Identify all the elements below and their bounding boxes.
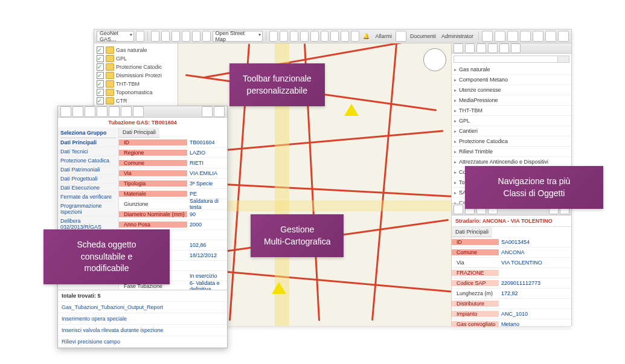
field-value[interactable]: Metano	[499, 321, 571, 327]
detail-group-item[interactable]: Dati Esecuzione	[60, 184, 116, 193]
detail-group-item[interactable]: Dati Tecnici	[60, 147, 116, 156]
next-record-icon[interactable]	[214, 106, 225, 117]
detail-action-link[interactable]: Rilievi precisione campo	[58, 336, 227, 348]
detail-toolbar-icon[interactable]	[109, 106, 120, 117]
stradario-tab[interactable]: Dati Principali	[452, 227, 492, 237]
toolbar-icon[interactable]	[151, 31, 159, 42]
nav-class-item[interactable]: THT-TBM	[452, 106, 571, 116]
nav-class-item[interactable]: GPL	[452, 116, 571, 126]
field-value[interactable]: TB001604	[187, 139, 227, 145]
workspace-select[interactable]: GeoNet GAS…	[97, 31, 134, 42]
panel-icon[interactable]	[488, 43, 498, 53]
nav-class-item[interactable]: Protezione Catodica	[452, 136, 571, 147]
field-value[interactable]: SA0013454	[499, 239, 571, 245]
field-value[interactable]: 6- Validata e definitiva	[187, 280, 227, 290]
compass-control[interactable]	[423, 48, 446, 71]
toolbar-icon[interactable]	[558, 31, 569, 42]
nav-search-input[interactable]	[454, 56, 557, 62]
toolbar-icon[interactable]	[310, 31, 319, 42]
nav-class-item[interactable]: MediaPressione	[452, 95, 571, 106]
pan-icon[interactable]	[290, 31, 298, 42]
field-value[interactable]: 172,82	[499, 290, 571, 296]
field-value[interactable]: VIA TOLENTINO	[499, 260, 571, 266]
detail-group-item[interactable]: Dati Progettuali	[60, 174, 116, 184]
detail-group-item[interactable]: Programmazione Ispezioni	[60, 202, 116, 217]
nav-class-item[interactable]: Utenze connesse	[452, 85, 571, 95]
nav-class-item[interactable]: Componenti Metano	[452, 75, 571, 85]
field-value[interactable]: PE	[187, 191, 227, 197]
toolbar-icon[interactable]	[192, 31, 200, 42]
layer-checkbox[interactable]	[97, 72, 104, 79]
toolbar-icon[interactable]	[351, 31, 359, 42]
field-value[interactable]: 2209011112773	[499, 280, 571, 286]
detail-group-item[interactable]: Dati Patrimoniali	[60, 165, 116, 174]
toolbar-icon[interactable]	[533, 31, 543, 42]
tree-layer-item[interactable]: THT-TBM	[97, 80, 175, 88]
tree-layer-item[interactable]: Toponomastica	[97, 88, 175, 97]
alarms-link[interactable]: Allarmi	[373, 33, 394, 39]
documents-icon[interactable]	[396, 31, 406, 42]
tree-layer-item[interactable]: Protezione Catodic	[97, 63, 175, 71]
nav-class-item[interactable]: Cantieri	[452, 126, 571, 136]
documents-link[interactable]: Documenti	[408, 33, 438, 39]
detail-group-item[interactable]: Dati Principali	[60, 138, 116, 147]
detail-action-link[interactable]: Inserisci valvola rilevata durante ispez…	[58, 325, 227, 336]
layer-checkbox[interactable]	[97, 80, 104, 88]
detail-action-link[interactable]: Gas_Tubazioni_Tubazioni_Output_Report	[58, 302, 227, 313]
detail-toolbar-icon[interactable]	[60, 106, 71, 117]
field-value[interactable]: ANC_1010	[499, 311, 571, 317]
toolbar-icon[interactable]	[495, 31, 505, 42]
layer-checkbox[interactable]	[97, 89, 104, 96]
field-value[interactable]: ANCONA	[499, 249, 571, 255]
layer-checkbox[interactable]	[97, 46, 104, 54]
field-value[interactable]: RIETI	[187, 160, 227, 166]
prev-record-icon[interactable]	[202, 106, 213, 117]
field-value[interactable]: 2000	[187, 222, 227, 228]
tree-layer-item[interactable]: Dismissioni Protezi	[97, 71, 175, 80]
toolbar-icon[interactable]	[507, 31, 518, 42]
detail-group-item[interactable]: Fermate da verificare	[60, 193, 116, 202]
detail-tab[interactable]: Dati Principali	[119, 127, 159, 138]
toolbar-icon[interactable]	[545, 31, 556, 42]
field-value[interactable]: LAZIO	[187, 150, 227, 156]
panel-icon[interactable]	[499, 43, 509, 53]
panel-icon[interactable]	[454, 43, 463, 53]
detail-toolbar-icon[interactable]	[97, 106, 107, 117]
toolbar-icon[interactable]	[182, 31, 190, 42]
field-value[interactable]: 90	[187, 211, 227, 217]
panel-icon[interactable]	[476, 43, 486, 53]
toolbar-icon[interactable]	[161, 31, 170, 42]
zoom-in-icon[interactable]	[269, 31, 278, 42]
field-value[interactable]: 102,86	[187, 242, 227, 248]
toolbar-icon[interactable]	[202, 31, 211, 42]
field-value[interactable]: In esercizio	[187, 273, 227, 279]
detail-toolbar-icon[interactable]	[85, 106, 95, 117]
detail-toolbar-icon[interactable]	[121, 106, 132, 117]
field-value[interactable]: 3ª Specie	[187, 180, 227, 187]
toolbar-icon[interactable]	[300, 31, 309, 42]
nav-search[interactable]	[454, 56, 569, 63]
layer-checkbox[interactable]	[97, 97, 104, 104]
panel-icon[interactable]	[454, 205, 463, 214]
tree-layer-item[interactable]: GPL	[97, 54, 175, 63]
detail-group-item[interactable]: Protezione Catodica	[60, 156, 116, 165]
nav-class-item[interactable]: Gas naturale	[452, 65, 571, 75]
basemap-select[interactable]: Open Street Map	[213, 31, 263, 42]
panel-icon[interactable]	[465, 43, 475, 53]
field-value[interactable]: VIA EMILIA	[187, 170, 227, 176]
layer-checkbox[interactable]	[97, 55, 104, 62]
toolbar-icon[interactable]	[321, 31, 329, 42]
toolbar-icon[interactable]	[171, 31, 180, 42]
bell-icon[interactable]: 🔔	[361, 33, 371, 39]
toolbar-icon[interactable]	[341, 31, 349, 42]
field-value[interactable]: Saldatura di testa	[187, 198, 227, 210]
detail-action-link[interactable]: Inserimento opera speciale	[58, 313, 227, 325]
panel-icon[interactable]	[511, 43, 521, 53]
map-marker-icon[interactable]	[272, 282, 286, 294]
layer-checkbox[interactable]	[97, 63, 104, 71]
detail-toolbar-icon[interactable]	[72, 106, 83, 117]
tree-layer-item[interactable]: Gas naturale	[97, 46, 175, 54]
map-marker-icon[interactable]	[344, 104, 359, 116]
field-value[interactable]: 18/12/2012	[187, 252, 227, 258]
nav-class-item[interactable]: Rilievi Trimble	[452, 147, 571, 157]
